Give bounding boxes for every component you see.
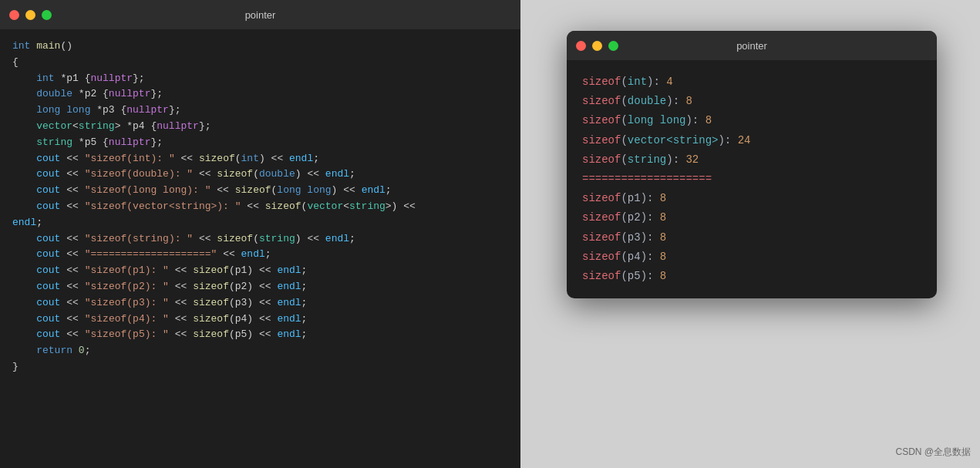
left-traffic-lights xyxy=(9,10,52,20)
code-line-1: int main() xyxy=(12,39,508,55)
code-editor: int main() { int *p1 {nullptr}; double *… xyxy=(0,29,520,468)
terminal-window: pointer sizeof(int): 4 sizeof(double): 8… xyxy=(567,31,937,298)
output-line-7: sizeof(p2): 8 xyxy=(582,208,921,227)
code-line-5: long long *p3 {nullptr}; xyxy=(12,103,508,119)
code-line-20: cout << "sizeof(p5): " << sizeof(p5) << … xyxy=(12,327,508,343)
output-line-10: sizeof(p5): 8 xyxy=(582,267,921,286)
code-line-22: return 0; xyxy=(12,343,508,359)
output-line-6: sizeof(p1): 8 xyxy=(582,189,921,208)
code-line-23: } xyxy=(12,359,508,375)
terminal-title-bar: pointer xyxy=(567,31,937,60)
code-line-10: cout << "sizeof(double): " << sizeof(dou… xyxy=(12,167,508,183)
output-line-8: sizeof(p3): 8 xyxy=(582,228,921,247)
code-line-17: cout << "sizeof(p2): " << sizeof(p2) << … xyxy=(12,279,508,295)
code-line-14: cout << "sizeof(string): " << sizeof(str… xyxy=(12,231,508,247)
code-line-12: cout << "sizeof(vector<string>): " << si… xyxy=(12,199,508,215)
csdn-watermark: CSDN @全息数据 xyxy=(895,446,971,459)
code-line-16: cout << "sizeof(p1): " << sizeof(p1) << … xyxy=(12,263,508,279)
terminal-traffic-lights xyxy=(576,41,618,51)
output-line-9: sizeof(p4): 8 xyxy=(582,247,921,267)
code-line-11: cout << "sizeof(long long): " << sizeof(… xyxy=(12,183,508,199)
left-window-title: pointer xyxy=(245,9,276,21)
terminal-minimize-button[interactable] xyxy=(592,41,602,51)
code-line-13: endl; xyxy=(12,215,508,231)
maximize-button[interactable] xyxy=(42,10,52,20)
output-line-4: sizeof(vector<string>): 24 xyxy=(582,131,921,150)
terminal-output: sizeof(int): 4 sizeof(double): 8 sizeof(… xyxy=(567,60,937,298)
terminal-window-title: pointer xyxy=(736,40,767,52)
code-line-4: double *p2 {nullptr}; xyxy=(12,86,508,103)
code-line-7: string *p5 {nullptr}; xyxy=(12,135,508,151)
output-line-1: sizeof(int): 4 xyxy=(582,72,921,92)
left-title-bar: pointer xyxy=(0,0,520,29)
output-line-2: sizeof(double): 8 xyxy=(582,92,921,111)
close-button[interactable] xyxy=(9,10,19,20)
terminal-maximize-button[interactable] xyxy=(608,41,618,51)
code-line-18: cout << "sizeof(p3): " << sizeof(p3) << … xyxy=(12,295,508,311)
code-line-6: vector<string> *p4 {nullptr}; xyxy=(12,119,508,135)
output-line-eq: ==================== xyxy=(582,170,921,189)
code-line-15: cout << "====================" << endl; xyxy=(12,247,508,263)
code-line-2: { xyxy=(12,55,508,71)
code-line-9: cout << "sizeof(int): " << sizeof(int) <… xyxy=(12,151,508,167)
output-line-3: sizeof(long long): 8 xyxy=(582,111,921,130)
code-line-19: cout << "sizeof(p4): " << sizeof(p4) << … xyxy=(12,311,508,328)
left-editor-window: pointer int main() { int *p1 {nullptr}; … xyxy=(0,0,520,468)
minimize-button[interactable] xyxy=(25,10,35,20)
output-line-5: sizeof(string): 32 xyxy=(582,150,921,170)
right-area: pointer sizeof(int): 4 sizeof(double): 8… xyxy=(520,0,980,468)
terminal-close-button[interactable] xyxy=(576,41,586,51)
code-line-3: int *p1 {nullptr}; xyxy=(12,71,508,87)
